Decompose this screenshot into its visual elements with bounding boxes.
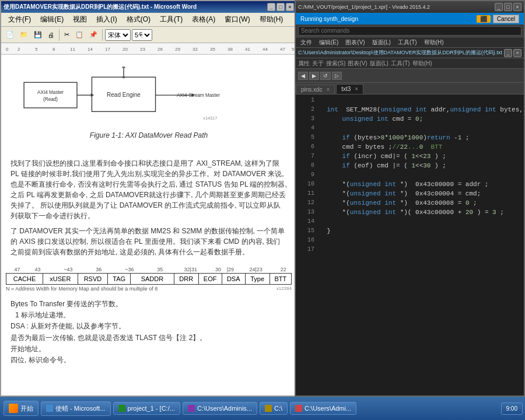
code-line: 7 if (incr) cmd|= ( 1<<23 ) ; xyxy=(300,153,519,162)
vivado-menu-tools[interactable]: 版面(L) xyxy=(370,38,393,47)
taskbar-btn-2[interactable]: C:\Users\Adminis... xyxy=(183,402,257,415)
tb-print[interactable]: 🖨 xyxy=(46,30,57,40)
doc-content[interactable]: AXI4 Master (Read) Read Engine AXI4-Stre… xyxy=(1,55,296,396)
vivado-menu-help[interactable]: 帮助(H) xyxy=(422,38,446,47)
svg-text:20: 20 xyxy=(123,47,128,52)
line-number: 5 xyxy=(300,134,314,144)
tab-pins-xdc[interactable]: pins.xdc × xyxy=(296,85,335,94)
line-number: 16 xyxy=(300,237,314,246)
vivado-minimize[interactable]: _ xyxy=(495,3,503,11)
svg-marker-31 xyxy=(122,66,125,68)
vivado-tb-btn2[interactable]: ▶ xyxy=(309,72,319,80)
font-size-selector[interactable]: 5号 xyxy=(132,29,152,41)
tb-open[interactable]: 📁 xyxy=(18,30,30,40)
taskbar-btn-1[interactable]: project_1 - [C:/... xyxy=(113,402,180,415)
line-number: 8 xyxy=(300,162,314,172)
svg-text:14: 14 xyxy=(88,47,93,52)
start-button[interactable]: 开始 xyxy=(4,401,38,416)
vivado-menubar: 文件 编辑(E) 图表(V) 版面(L) 工具(T) 帮助(H) xyxy=(296,37,524,48)
panel-minimize[interactable]: _ xyxy=(504,49,512,57)
svg-text:(Read): (Read) xyxy=(43,97,58,102)
doc-titlebar: 使用DATAMOVER实现数据从DDR到PL的搬运(代码).txt - Micr… xyxy=(1,1,296,13)
code-line: 10 *(unsigned int *) 0x43c00000 = addr ; xyxy=(300,181,519,190)
code-line: 15 } xyxy=(300,228,519,237)
panel-close[interactable]: × xyxy=(513,49,522,57)
vivado-file-path-bar: C:\Users\Administrator\Desktop\使用DATAMOV… xyxy=(296,48,524,58)
sub-menu-attr[interactable]: 属性 xyxy=(298,60,310,68)
vivado-menu-edit[interactable]: 编辑(E) xyxy=(317,38,341,47)
svg-text:5: 5 xyxy=(35,47,38,52)
vivado-inner-toolbar: ◀ ▶ ↺ ▷ xyxy=(296,69,524,83)
line-number: 9 xyxy=(300,172,314,181)
svg-rect-0 xyxy=(1,43,296,55)
menu-help[interactable]: 帮助(H) xyxy=(257,14,286,25)
table-note: N = Address Width for Memory Map and sho… xyxy=(6,286,292,292)
svg-text:44: 44 xyxy=(262,47,268,52)
list-item-5: 四位, 标识命令号。 xyxy=(10,355,287,366)
line-number: 4 xyxy=(300,125,314,134)
menu-window[interactable]: 窗口(W) xyxy=(222,14,252,25)
menu-view[interactable]: 视图 xyxy=(71,14,89,25)
vivado-tb-btn1[interactable]: ◀ xyxy=(298,72,308,80)
code-line: 8 if (eof) cmd |= ( 1<<30 ) ; xyxy=(300,162,519,172)
vivado-win-controls: _ □ × xyxy=(495,3,522,11)
close-pins-tab[interactable]: × xyxy=(326,86,330,93)
vivado-tb-btn4[interactable]: ▷ xyxy=(332,72,342,80)
tab-txt3[interactable]: txt3 × xyxy=(336,84,363,94)
code-line: 17 xyxy=(300,246,519,256)
tb-cut[interactable]: ✂ xyxy=(62,30,72,40)
tb-paste[interactable]: 📌 xyxy=(87,30,100,40)
code-line: 1 xyxy=(300,97,519,106)
sub-menu-layout[interactable]: 版面(L) xyxy=(370,60,388,68)
menu-edit[interactable]: 编辑(E) xyxy=(38,14,66,25)
svg-text:29: 29 xyxy=(175,47,180,52)
minimize-btn[interactable]: _ xyxy=(267,3,275,11)
menu-table[interactable]: 表格(A) xyxy=(190,14,218,25)
menu-file[interactable]: 文件(F) xyxy=(6,14,33,25)
svg-text:41: 41 xyxy=(245,47,250,52)
code-line: 9 xyxy=(300,172,519,181)
vivado-menu-layout[interactable]: 工具(T) xyxy=(396,38,419,47)
svg-text:Read Engine: Read Engine xyxy=(107,92,141,98)
line-content: cmd = bytes ;//22...0 BTT xyxy=(319,144,442,153)
vivado-close[interactable]: × xyxy=(513,3,522,11)
tb-new[interactable]: 📄 xyxy=(4,30,16,40)
menu-insert[interactable]: 插入(I) xyxy=(94,14,119,25)
read-path-diagram: AXI4 Master (Read) Read Engine AXI4-Stre… xyxy=(13,66,235,125)
menu-format[interactable]: 格式(O) xyxy=(124,14,153,25)
cancel-button[interactable]: Cancel xyxy=(493,15,519,23)
font-selector[interactable]: 宋体 xyxy=(105,29,131,41)
taskbar-btn-0[interactable]: 使蜡 - Microsoft... xyxy=(41,401,111,416)
taskbar-btn-3[interactable]: C:\ xyxy=(260,402,288,415)
sub-menu-search[interactable]: 搜索(S) xyxy=(326,60,345,68)
close-txt3-tab[interactable]: × xyxy=(355,86,358,92)
doc-title: 使用DATAMOVER实现数据从DDR到PL的搬运(代码).txt - Micr… xyxy=(4,3,197,11)
sub-menu-tools[interactable]: 工具(T) xyxy=(391,60,410,68)
doc-ruler: 0 2 5 8 11 14 17 20 23 26 29 32 35 38 41… xyxy=(1,43,296,55)
maximize-btn[interactable]: □ xyxy=(276,3,285,11)
synth-indicator: ⬛ xyxy=(477,15,491,23)
paragraph-1: 找到了我们设想的接口,这里看到命令接口和状态接口是用了 AXI_STREAM, … xyxy=(10,158,287,221)
vivado-maximize[interactable]: □ xyxy=(504,3,512,11)
code-line: 3 unsigned int cmd = 0; xyxy=(300,116,519,125)
search-input[interactable] xyxy=(298,26,522,36)
sub-menu-diagram[interactable]: 图表(V) xyxy=(348,60,367,68)
list-item-3: 是否为最后一次传输, 也就是说是否发送 TLAST 信号【注 2】。 xyxy=(10,332,287,344)
list-item-1: 1 标示地址递增。 xyxy=(10,310,287,321)
vivado-menu-file[interactable]: 文件 xyxy=(298,38,314,47)
menu-tools[interactable]: 工具(T) xyxy=(158,14,185,25)
vivado-tb-btn3[interactable]: ↺ xyxy=(320,72,331,80)
tb-copy[interactable]: 📋 xyxy=(73,30,86,40)
sub-menu-help[interactable]: 帮助(H) xyxy=(412,60,432,68)
list-section: Bytes To Transfer 要传送的字节数。 1 标示地址递增。 DSA… xyxy=(1,294,296,368)
code-editor[interactable]: 12 int SET_MM28(unsigned int addr,unsign… xyxy=(296,94,524,396)
system-time: 9:00 xyxy=(506,405,517,412)
taskbar-btn-4[interactable]: C:\Users\Admi... xyxy=(290,402,356,415)
svg-text:38: 38 xyxy=(228,47,233,52)
tb-save[interactable]: 💾 xyxy=(32,30,44,40)
close-btn[interactable]: × xyxy=(286,3,294,11)
code-line: 16 xyxy=(300,237,519,246)
panel-controls: _ × xyxy=(504,49,522,57)
vivado-menu-view[interactable]: 图表(V) xyxy=(343,38,367,47)
sub-menu-about[interactable]: 关于 xyxy=(312,60,324,68)
